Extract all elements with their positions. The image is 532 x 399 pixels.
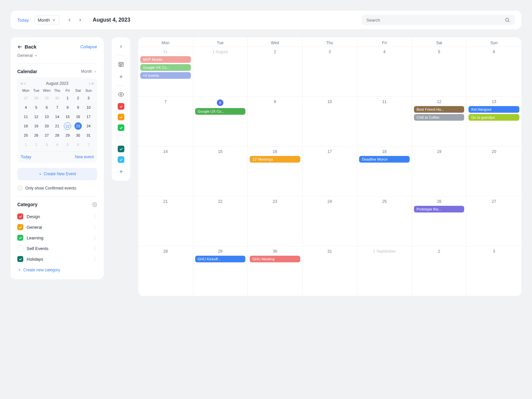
- mini-cal-day[interactable]: 13: [43, 113, 51, 120]
- event-pill[interactable]: Google UX Co...: [140, 64, 191, 71]
- toolbar-category-checkbox[interactable]: [118, 135, 124, 142]
- mini-cal-day[interactable]: 17: [85, 113, 92, 120]
- category-checkbox[interactable]: [17, 224, 23, 230]
- prev-button[interactable]: [65, 15, 74, 25]
- next-button[interactable]: [75, 15, 85, 25]
- calendar-cell[interactable]: 3: [303, 47, 357, 97]
- mini-cal-day[interactable]: 22: [64, 122, 71, 130]
- calendar-cell[interactable]: 2: [412, 246, 467, 296]
- mini-cal-day[interactable]: 14: [54, 113, 61, 120]
- general-select[interactable]: General: [17, 53, 97, 64]
- calendar-cell[interactable]: 23: [248, 197, 303, 246]
- event-pill[interactable]: GHU Kickoff...: [195, 256, 246, 262]
- event-pill[interactable]: Go to grandpa: [468, 114, 519, 121]
- toolbar-category-checkbox[interactable]: [118, 114, 124, 120]
- category-menu-button[interactable]: ⋮: [92, 256, 97, 262]
- mini-cal-day[interactable]: 12: [33, 113, 40, 120]
- mini-cal-day[interactable]: 16: [74, 113, 82, 120]
- mini-cal-day[interactable]: 2: [33, 141, 40, 148]
- event-pill[interactable]: +2 events: [140, 72, 191, 79]
- confirmed-checkbox[interactable]: [17, 186, 23, 191]
- calendar-cell[interactable]: 31MVP MobileGoogle UX Co...+2 events: [138, 47, 193, 97]
- category-checkbox[interactable]: [17, 235, 23, 241]
- category-checkbox[interactable]: [17, 245, 23, 251]
- mini-cal-day[interactable]: 5: [33, 104, 40, 111]
- calendar-cell[interactable]: 29GHU Kickoff...: [193, 246, 248, 296]
- mini-cal-day[interactable]: 24: [85, 122, 92, 130]
- mini-cal-day[interactable]: 27: [43, 132, 51, 139]
- event-pill[interactable]: Kid Hangout: [468, 106, 519, 113]
- mini-cal-day[interactable]: 6: [74, 141, 82, 148]
- mini-cal-day[interactable]: 28: [33, 94, 40, 102]
- calendar-cell[interactable]: 2: [248, 47, 303, 97]
- event-pill[interactable]: Best Friend Ha...: [414, 106, 465, 113]
- calendar-cell[interactable]: 20: [466, 147, 521, 197]
- category-menu-button[interactable]: ⋮: [92, 246, 97, 251]
- create-category-link[interactable]: ＋Create new category: [17, 267, 97, 273]
- category-menu-button[interactable]: ⋮: [92, 214, 97, 219]
- back-button[interactable]: Back: [17, 44, 37, 50]
- mc-prev-month[interactable]: ‹: [24, 81, 26, 86]
- event-pill[interactable]: Prototype the...: [414, 206, 465, 212]
- mini-cal-day[interactable]: 31: [85, 132, 92, 139]
- event-pill[interactable]: Deadline Morce: [359, 156, 410, 163]
- mini-today-link[interactable]: Today: [21, 155, 31, 159]
- mini-new-event-link[interactable]: New event: [75, 155, 94, 159]
- mini-cal-day[interactable]: 28: [54, 132, 61, 139]
- calendar-cell[interactable]: 21: [138, 197, 193, 246]
- mini-cal-day[interactable]: 7: [54, 104, 61, 111]
- calendar-cell[interactable]: 4: [357, 47, 412, 97]
- calendar-cell[interactable]: 26Prototype the...: [412, 197, 467, 246]
- event-pill[interactable]: GHU Meeting: [250, 256, 300, 262]
- mini-cal-day[interactable]: 30: [54, 94, 61, 102]
- expand-toolbar-button[interactable]: [117, 43, 125, 51]
- calendar-cell[interactable]: 14: [138, 147, 193, 197]
- calendar-cell[interactable]: 13Kid HangoutGo to grandpa: [466, 97, 521, 147]
- calendar-cell[interactable]: 9: [248, 97, 303, 147]
- mini-cal-day[interactable]: 23: [74, 122, 82, 130]
- search-box[interactable]: [362, 15, 515, 25]
- calendar-cell[interactable]: 8Google UX Co...: [193, 97, 248, 147]
- calendar-cell[interactable]: 12Best Friend Ha...Chill at Coffee: [412, 97, 467, 147]
- search-input[interactable]: [366, 18, 505, 23]
- calendar-cell[interactable]: 11: [357, 97, 412, 147]
- mini-cal-day[interactable]: 27: [22, 94, 30, 102]
- visibility-button[interactable]: [117, 90, 125, 98]
- toolbar-category-checkbox[interactable]: [118, 103, 124, 110]
- mini-cal-day[interactable]: 5: [64, 141, 71, 148]
- collapse-link[interactable]: Collapse: [80, 44, 97, 49]
- calendar-cell[interactable]: 30GHU Meeting: [248, 246, 303, 296]
- mc-next-month[interactable]: ›: [88, 81, 90, 86]
- create-event-button[interactable]: ＋Create New Event: [17, 168, 97, 180]
- mc-prev-year[interactable]: «: [21, 81, 23, 86]
- calendar-icon-button[interactable]: [117, 60, 125, 68]
- category-checkbox[interactable]: [17, 213, 23, 219]
- toolbar-category-checkbox[interactable]: [118, 124, 124, 131]
- mini-cal-day[interactable]: 29: [43, 94, 51, 102]
- calendar-cell[interactable]: 6: [466, 47, 521, 97]
- category-menu-button[interactable]: ⋮: [92, 224, 97, 230]
- mini-cal-day[interactable]: 4: [54, 141, 61, 148]
- add-button[interactable]: [117, 73, 125, 81]
- mini-cal-day[interactable]: 15: [64, 113, 71, 120]
- toolbar-category-checkbox[interactable]: [118, 156, 124, 163]
- calendar-cell[interactable]: 31: [303, 246, 357, 296]
- mini-cal-day[interactable]: 25: [22, 132, 30, 139]
- add-category-button[interactable]: [117, 168, 125, 176]
- gear-icon[interactable]: [92, 202, 97, 207]
- mini-cal-day[interactable]: 30: [74, 132, 82, 139]
- mini-cal-day[interactable]: 2: [74, 94, 82, 102]
- calendar-cell[interactable]: 28: [138, 246, 193, 296]
- event-pill[interactable]: Google UX Co...: [195, 108, 246, 115]
- calendar-cell[interactable]: 19: [412, 147, 467, 197]
- mini-cal-day[interactable]: 9: [74, 104, 82, 111]
- calendar-cell[interactable]: 1 August: [193, 47, 248, 97]
- calendar-cell[interactable]: 7: [138, 97, 193, 147]
- calendar-cell[interactable]: 27: [466, 197, 521, 246]
- calendar-cell[interactable]: 15: [193, 147, 248, 197]
- category-checkbox[interactable]: [17, 256, 23, 262]
- mini-cal-day[interactable]: 3: [85, 94, 92, 102]
- calendar-cell[interactable]: 22: [193, 197, 248, 246]
- calendar-cell[interactable]: 10: [303, 97, 357, 147]
- calendar-cell[interactable]: 1615' Meetings: [248, 147, 303, 197]
